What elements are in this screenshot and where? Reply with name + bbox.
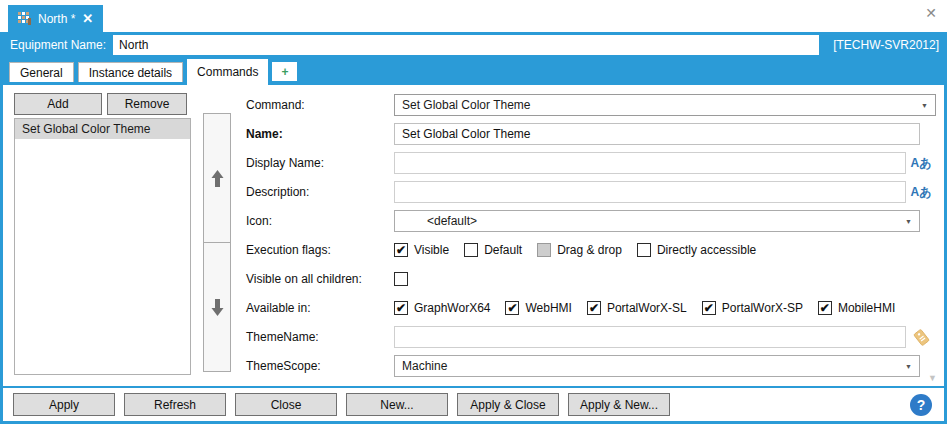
visible-on-all-children-label: Visible on all children: xyxy=(246,272,394,286)
checkbox-box[interactable] xyxy=(587,301,601,315)
chevron-down-icon: ▼ xyxy=(905,218,912,225)
new-button[interactable]: New... xyxy=(346,393,448,416)
display-name-input[interactable] xyxy=(394,152,906,174)
arrow-up-icon xyxy=(211,170,224,187)
tag-icon[interactable] xyxy=(906,329,936,346)
icon-label: Icon: xyxy=(246,214,394,228)
equipment-name-input[interactable] xyxy=(113,35,819,55)
add-command-button[interactable]: Add xyxy=(14,93,102,115)
name-label: Name: xyxy=(246,127,394,141)
command-form: Command: Set Global Color Theme ▼ Name: … xyxy=(231,85,944,386)
page-tab-strip: General Instance details Commands + xyxy=(0,58,947,85)
checkbox-mobilehmi[interactable]: MobileHMI xyxy=(818,301,895,315)
tab-general[interactable]: General xyxy=(9,62,74,82)
chevron-down-icon: ▼ xyxy=(905,363,912,370)
checkbox-visible[interactable]: Visible xyxy=(394,243,449,257)
arrow-down-icon xyxy=(211,299,224,316)
checkbox-graphworx64[interactable]: GraphWorX64 xyxy=(394,301,490,315)
theme-scope-dropdown[interactable]: Machine ▼ xyxy=(394,355,920,377)
name-input[interactable] xyxy=(394,123,920,145)
execution-flags-label: Execution flags: xyxy=(246,243,394,257)
icon-dropdown-value: <default> xyxy=(427,214,477,228)
tab-instance-details[interactable]: Instance details xyxy=(78,62,183,82)
equipment-name-label: Equipment Name: xyxy=(10,38,106,52)
command-list-panel: Add Remove Set Global Color Theme xyxy=(3,85,195,386)
command-dropdown[interactable]: Set Global Color Theme ▼ xyxy=(394,94,936,116)
theme-name-label: ThemeName: xyxy=(246,330,394,344)
checkbox-box[interactable] xyxy=(505,301,519,315)
checkbox-portalworx-sp[interactable]: PortalWorX-SP xyxy=(702,301,803,315)
checkbox-box[interactable] xyxy=(464,243,478,257)
theme-scope-label: ThemeScope: xyxy=(246,359,394,373)
command-label: Command: xyxy=(246,98,394,112)
checkbox-box[interactable] xyxy=(818,301,832,315)
command-list-item[interactable]: Set Global Color Theme xyxy=(15,119,190,139)
display-name-label: Display Name: xyxy=(246,156,394,170)
move-up-button[interactable] xyxy=(203,113,231,243)
theme-scope-dropdown-value: Machine xyxy=(402,359,447,373)
equipment-dialog-window: North * ✕ ✕ Equipment Name: [TECHW-SVR20… xyxy=(0,0,947,424)
command-dropdown-value: Set Global Color Theme xyxy=(402,98,531,112)
remove-command-button[interactable]: Remove xyxy=(107,93,187,115)
help-icon[interactable]: ? xyxy=(910,394,932,416)
apply-and-close-button[interactable]: Apply & Close xyxy=(457,393,559,416)
tab-add-button[interactable]: + xyxy=(272,62,297,81)
checkbox-directly-accessible[interactable]: Directly accessible xyxy=(637,243,756,257)
checkbox-box[interactable] xyxy=(394,243,408,257)
localize-icon[interactable]: Aあ xyxy=(906,155,936,172)
document-tab-strip: North * ✕ ✕ xyxy=(0,0,947,32)
chevron-down-icon: ▼ xyxy=(921,102,928,109)
localize-icon[interactable]: Aあ xyxy=(906,184,936,201)
checkbox-webhmi[interactable]: WebHMI xyxy=(505,301,571,315)
document-tab-title: North * xyxy=(38,12,75,26)
footer-bar: Apply Refresh Close New... Apply & Close… xyxy=(0,386,947,424)
checkbox-portalworx-sl[interactable]: PortalWorX-SL xyxy=(587,301,687,315)
window-close-icon[interactable]: ✕ xyxy=(925,6,937,20)
reorder-controls xyxy=(203,113,231,372)
description-label: Description: xyxy=(246,185,394,199)
commands-page: Add Remove Set Global Color Theme Comma xyxy=(0,85,947,386)
checkbox-default[interactable]: Default xyxy=(464,243,522,257)
document-tab-north[interactable]: North * ✕ xyxy=(8,5,103,32)
equipment-name-bar: Equipment Name: [TECHW-SVR2012] xyxy=(0,32,947,58)
apply-and-new-button[interactable]: Apply & New... xyxy=(568,393,670,416)
checkbox-box[interactable] xyxy=(394,301,408,315)
checkbox-box[interactable] xyxy=(702,301,716,315)
document-tab-close-icon[interactable]: ✕ xyxy=(82,12,93,25)
scroll-down-indicator: ▼ xyxy=(928,373,937,383)
command-list: Set Global Color Theme xyxy=(14,118,191,375)
description-input[interactable] xyxy=(394,181,906,203)
tab-commands[interactable]: Commands xyxy=(187,59,268,85)
available-in-label: Available in: xyxy=(246,301,394,315)
theme-name-input[interactable] xyxy=(394,326,906,348)
checkbox-box[interactable] xyxy=(537,243,551,257)
apply-button[interactable]: Apply xyxy=(13,393,115,416)
close-button[interactable]: Close xyxy=(235,393,337,416)
refresh-button[interactable]: Refresh xyxy=(124,393,226,416)
checkbox-visible-on-all-children[interactable] xyxy=(394,272,414,286)
equipment-grid-icon xyxy=(18,12,31,25)
checkbox-box[interactable] xyxy=(637,243,651,257)
icon-dropdown[interactable]: <default> ▼ xyxy=(394,210,920,232)
checkbox-drag-drop[interactable]: Drag & drop xyxy=(537,243,622,257)
server-name-badge: [TECHW-SVR2012] xyxy=(833,38,939,52)
checkbox-box[interactable] xyxy=(394,272,408,286)
move-down-button[interactable] xyxy=(203,242,231,372)
